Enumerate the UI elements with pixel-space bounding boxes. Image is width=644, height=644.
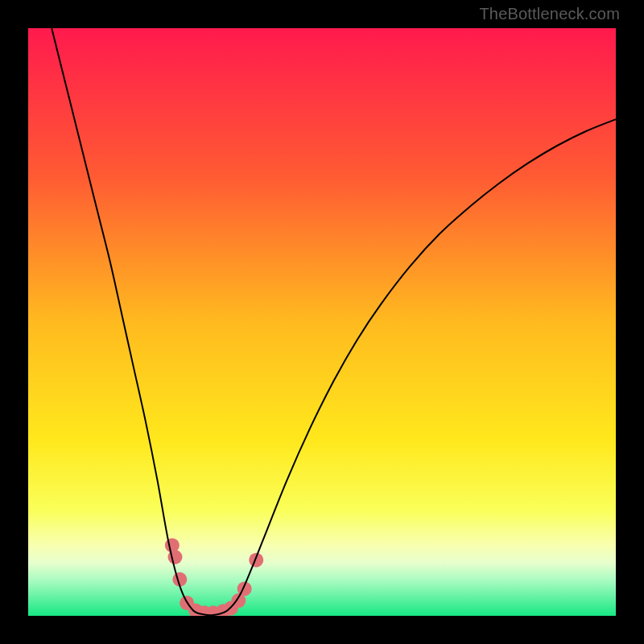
chart-frame: TheBottleneck.com	[0, 0, 644, 644]
curve-line	[52, 28, 616, 615]
data-marker	[249, 553, 263, 568]
chart-svg	[28, 28, 616, 616]
plot-area	[28, 28, 616, 616]
watermark-text: TheBottleneck.com	[479, 5, 620, 23]
